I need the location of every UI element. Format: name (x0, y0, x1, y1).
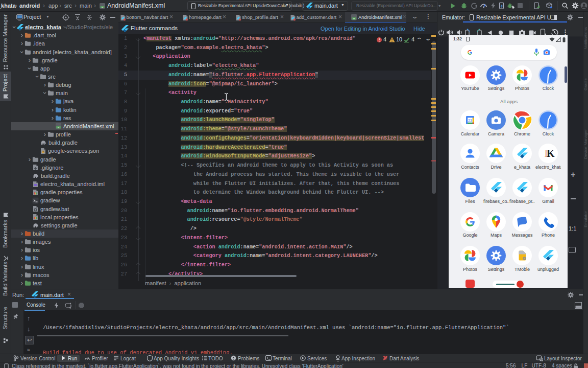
svg-text:M: M (102, 7, 103, 9)
svg-text:M: M (58, 127, 59, 129)
svg-text:M: M (353, 18, 355, 20)
